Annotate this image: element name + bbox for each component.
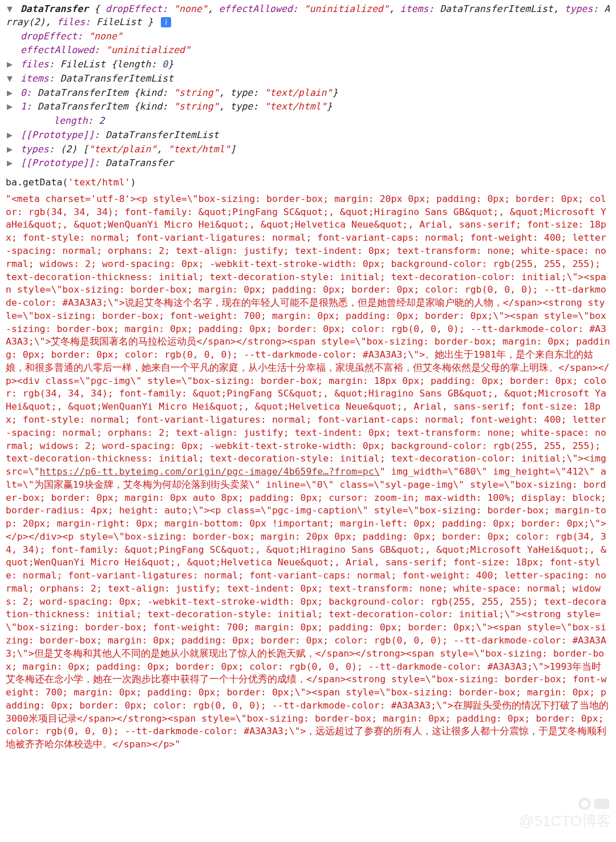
object-summary-row[interactable]: ▼ DataTransfer { dropEffect: "none", eff… [6,2,610,30]
chevron-right-icon[interactable]: ▶ [6,87,14,100]
object-tree: ▼ DataTransfer { dropEffect: "none", eff… [6,2,610,171]
chevron-right-icon[interactable]: ▶ [6,129,14,142]
chevron-right-icon[interactable]: ▶ [6,58,14,71]
items-row-1[interactable]: ▶ 1: DataTransferItem {kind: "string", t… [6,100,610,114]
items-row-0[interactable]: ▶ 0: DataTransferItem {kind: "string", t… [6,86,610,100]
chevron-down-icon[interactable]: ▼ [6,72,14,86]
class-name: DataTransfer [21,3,88,14]
console-command[interactable]: ba.getData('text/html') [6,174,610,193]
items-prototype[interactable]: ▶ [[Prototype]]: DataTransferItemList [6,128,610,143]
result-text-post: " img_width=\"680\" img_height=\"412\" a… [6,466,609,750]
expand-icon[interactable]: ▼ [6,3,14,16]
image-url-link[interactable]: https://p6-tt.byteimg.com/origin/pgc-ima… [40,466,380,477]
result-text-pre: "<meta charset='utf-8'><p style=\"box-si… [6,193,610,477]
prop-files[interactable]: ▶ files: FileList {length: 0} [6,58,610,72]
prop-types[interactable]: ▶ types: (2) ["text/plain", "text/html"] [6,143,610,157]
chevron-right-icon[interactable]: ▶ [6,157,14,170]
prop-items[interactable]: ▼ items: DataTransferItemList [6,72,610,86]
prop-dropeffect[interactable]: ▶ dropEffect: "none" [6,30,610,44]
prop-prototype[interactable]: ▶ [[Prototype]]: DataTransfer [6,156,610,171]
console-result[interactable]: "<meta charset='utf-8'><p style=\"box-si… [6,193,610,751]
info-icon[interactable]: i [161,17,171,27]
chevron-right-icon[interactable]: ▶ [6,100,14,114]
chevron-right-icon[interactable]: ▶ [6,143,14,156]
items-length: length: 2 [6,114,610,128]
prop-effectallowed[interactable]: ▶ effectAllowed: "uninitialized" [6,43,610,58]
